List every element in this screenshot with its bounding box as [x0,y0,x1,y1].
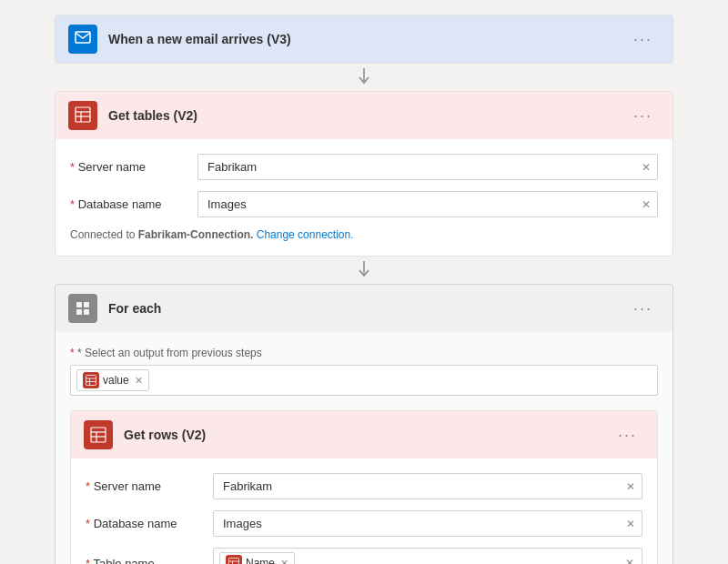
getrows-database-row: * Database name ✕ [86,510,642,537]
getrows-database-input-wrapper: ✕ [213,510,642,537]
getrows-database-clear[interactable]: ✕ [626,518,635,530]
flow-canvas: When a new email arrives (V3) ··· [0,0,728,564]
getrows-server-label: * Server name [86,479,213,493]
arrow2 [55,257,673,284]
step3-body: * * Select an output from previous steps… [56,332,672,564]
svg-rect-9 [76,309,82,315]
step2-menu[interactable]: ··· [626,103,660,129]
step2-database-input-wrapper: ✕ [197,191,658,217]
getrows-table-row: * Table name [86,548,642,564]
getrows-icon [84,420,113,449]
step2-database-label: * Database name [70,197,197,211]
name-tag-icon [226,555,242,564]
step2-header[interactable]: Get tables (V2) ··· [56,92,672,139]
svg-rect-8 [84,302,89,307]
svg-rect-2 [76,107,90,122]
step1-header[interactable]: When a new email arrives (V3) ··· [56,15,672,63]
svg-rect-7 [76,302,82,307]
step2-database-clear[interactable]: ✕ [642,198,651,211]
value-tag-icon [83,372,99,388]
step2-server-clear[interactable]: ✕ [642,161,651,174]
svg-rect-0 [76,32,90,43]
getrows-body: * Server name ✕ * Database name ✕ [71,458,657,564]
step2-server-label: * Server name [70,160,197,174]
getrows-table-clear[interactable]: ✕ [625,557,634,564]
arrow1 [55,64,673,91]
step1-icon-char [75,29,91,49]
step3-foreach-card: For each ··· * * Select an output from p… [55,284,673,564]
svg-rect-10 [84,309,89,315]
step2-icon [68,101,97,130]
value-tag: value ✕ [76,369,149,391]
step2-card: Get tables (V2) ··· * Server name ✕ * Da… [55,91,673,257]
step2-server-input-wrapper: ✕ [197,154,658,180]
step1-title: When a new email arrives (V3) [108,32,626,46]
step2-database-input[interactable] [197,191,658,217]
getrows-table-input[interactable]: Name ✕ ✕ [213,548,642,564]
step2-server-row: * Server name ✕ [70,154,658,180]
name-tag-close[interactable]: ✕ [280,558,288,565]
name-tag: Name ✕ [219,552,295,564]
getrows-menu[interactable]: ··· [611,422,644,448]
svg-rect-15 [91,428,106,442]
getrows-server-row: * Server name ✕ [86,473,642,499]
step2-database-row: * Database name ✕ [70,191,658,217]
step2-connection: Connected to Fabrikam-Connection. Change… [70,228,658,241]
name-tag-text: Name [246,557,275,564]
value-tag-text: value [103,374,129,387]
getrows-database-input[interactable] [213,510,642,537]
step1-menu[interactable]: ··· [626,26,660,53]
step1-card: When a new email arrives (V3) ··· [55,15,673,64]
step3-title: For each [108,301,626,316]
step3-select-input[interactable]: value ✕ [70,365,658,396]
step3-nested-card: Get rows (V2) ··· * Server name ✕ * Data… [70,410,658,564]
getrows-server-input[interactable] [213,473,642,499]
step2-title: Get tables (V2) [108,108,626,123]
step2-server-input[interactable] [197,154,658,180]
step2-change-connection[interactable]: Change connection. [253,228,353,241]
getrows-header[interactable]: Get rows (V2) ··· [71,411,657,458]
step3-icon [68,294,97,323]
step3-select-label: * * Select an output from previous steps [70,347,658,359]
getrows-server-input-wrapper: ✕ [213,473,642,499]
step1-icon [68,25,97,54]
step2-body: * Server name ✕ * Database name ✕ Connec… [56,139,672,256]
svg-rect-11 [86,376,96,386]
step2-icon-char [75,106,91,126]
step3-header[interactable]: For each ··· [56,285,672,332]
getrows-table-label: * Table name [86,557,213,565]
step3-menu[interactable]: ··· [626,296,660,322]
getrows-server-clear[interactable]: ✕ [626,480,635,493]
getrows-title: Get rows (V2) [124,428,611,442]
value-tag-close[interactable]: ✕ [135,375,143,387]
getrows-database-label: * Database name [86,517,213,530]
